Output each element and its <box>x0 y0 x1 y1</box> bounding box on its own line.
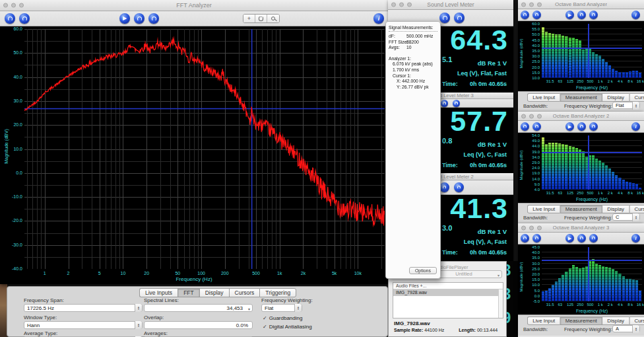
guardbanding-checkbox[interactable]: ✓Guardbanding <box>263 315 302 321</box>
snapshot-button[interactable] <box>441 100 448 107</box>
list-item[interactable] <box>393 309 503 316</box>
settings-button[interactable] <box>532 11 541 19</box>
octave-plot-region[interactable]: Magnitude (dBV)45.040.035.030.025.020.01… <box>518 244 644 315</box>
cursor-vertical-line[interactable] <box>588 247 589 301</box>
zoom-window-icon[interactable] <box>537 2 542 7</box>
tab-live-input[interactable]: Live Input <box>527 93 560 102</box>
frequency-span-select[interactable]: 17226.5 Hz▲▼ <box>24 304 143 312</box>
tab-triggering[interactable]: Triggering <box>259 288 296 297</box>
zoom-window-icon[interactable] <box>537 225 542 230</box>
zoom-in-tool-button[interactable]: + <box>243 15 255 22</box>
tab-display[interactable]: Display <box>602 317 629 325</box>
cursor-vertical-line[interactable] <box>588 24 589 78</box>
tab-cursors[interactable]: Cursors <box>629 317 644 325</box>
minimize-icon[interactable] <box>529 225 534 230</box>
list-item[interactable] <box>393 303 503 309</box>
cursor-horizontal-line[interactable] <box>542 260 642 261</box>
tab-live-inputs[interactable]: Live Inputs <box>139 288 177 297</box>
fft-titlebar[interactable]: FFT Analyzer <box>0 0 388 11</box>
settings-button[interactable] <box>532 234 541 243</box>
fft-spectrum-plot[interactable] <box>24 29 385 269</box>
minimize-icon[interactable] <box>529 2 534 7</box>
export-button[interactable] <box>148 13 159 24</box>
spectral-lines-combo[interactable]: 34,453▾ <box>144 304 253 312</box>
minimize-icon[interactable] <box>529 114 534 118</box>
octave-titlebar[interactable]: Octave Band Analyzer 3 <box>518 223 644 233</box>
close-icon[interactable] <box>521 225 526 230</box>
cursor-vertical-line[interactable] <box>588 135 589 190</box>
input-config-button[interactable] <box>5 13 15 24</box>
stepper-icon[interactable]: ▲▼ <box>294 304 302 312</box>
list-item[interactable]: IMG_7928.wav <box>393 289 503 296</box>
minimize-icon[interactable] <box>11 3 16 8</box>
fft-plot-region[interactable]: Magnitude (dBV) Frequency (Hz) 60.050.04… <box>0 26 388 284</box>
frequency-weighting-select[interactable]: Flat▲▼ <box>612 102 640 109</box>
octave-titlebar[interactable]: Octave Band Analyzer <box>518 0 644 9</box>
octave-plot-region[interactable]: Magnitude (dBV)60.055.050.045.040.035.03… <box>518 21 644 91</box>
play-button[interactable]: ▶ <box>119 13 130 24</box>
cursor-horizontal-line[interactable] <box>542 152 642 153</box>
info-button[interactable]: i <box>631 122 640 131</box>
close-icon[interactable] <box>3 3 8 8</box>
snapshot-button[interactable] <box>577 122 586 131</box>
export-button[interactable] <box>454 182 464 192</box>
window-type-select[interactable]: Hann▲▼ <box>24 321 143 329</box>
close-icon[interactable] <box>391 3 396 7</box>
list-item[interactable] <box>393 296 503 303</box>
audio-files-list[interactable]: Audio Files +... IMG_7928.wav <box>393 282 503 318</box>
tab-display[interactable]: Display <box>602 93 629 102</box>
minimize-icon[interactable] <box>399 3 404 7</box>
zoom-window-icon[interactable] <box>407 3 412 7</box>
info-button[interactable]: i <box>631 234 640 243</box>
info-button[interactable]: i <box>373 13 384 24</box>
stepper-icon[interactable]: ▲▼ <box>632 102 639 110</box>
cursor-horizontal-line[interactable] <box>542 48 642 49</box>
export-button[interactable] <box>589 234 598 243</box>
zoom-window-icon[interactable] <box>537 114 542 118</box>
export-button[interactable] <box>453 100 460 107</box>
pan-tool-button[interactable] <box>255 15 267 22</box>
tab-measurement[interactable]: Measurement <box>560 205 602 213</box>
tab-cursors[interactable]: Cursors <box>629 93 644 102</box>
scrollbar[interactable] <box>498 289 503 318</box>
snapshot-button[interactable] <box>439 13 450 23</box>
frequency-weighting-select[interactable]: A▲▼ <box>612 325 640 332</box>
tab-live-input[interactable]: Live Input <box>527 205 560 213</box>
tab-measurement[interactable]: Measurement <box>560 93 602 102</box>
play-button[interactable]: ▶ <box>565 234 574 243</box>
meter-titlebar[interactable]: Sound Level Meter <box>388 0 513 10</box>
window-controls[interactable] <box>3 3 24 8</box>
digital-antialiasing-checkbox[interactable]: ✓Digital Antialiasing <box>263 324 312 330</box>
octave-plot-region[interactable]: Magnitude (dBV)54.049.044.039.034.029.02… <box>518 133 644 203</box>
tab-fft[interactable]: FFT <box>177 288 199 297</box>
tab-display[interactable]: Display <box>199 288 229 297</box>
info-button[interactable]: i <box>631 11 640 19</box>
overlap-field[interactable]: 0.0% <box>144 321 253 329</box>
settings-button[interactable] <box>19 13 30 24</box>
snapshot-button[interactable] <box>577 11 586 19</box>
stepper-icon[interactable]: ▲▼ <box>632 213 639 221</box>
zoom-window-icon[interactable] <box>19 3 24 8</box>
input-config-button[interactable] <box>521 234 529 243</box>
snapshot-button[interactable] <box>439 182 449 192</box>
export-button[interactable] <box>589 122 598 131</box>
settings-button[interactable] <box>532 122 541 131</box>
tab-cursors[interactable]: Cursors <box>229 288 260 297</box>
magnify-tool-button[interactable] <box>267 15 279 22</box>
export-button[interactable] <box>454 13 465 23</box>
close-icon[interactable] <box>521 2 526 7</box>
snapshot-button[interactable] <box>134 13 145 24</box>
stepper-icon[interactable]: ▲▼ <box>135 321 142 329</box>
play-button[interactable]: ▶ <box>565 11 574 19</box>
options-button[interactable]: Options <box>409 267 437 274</box>
frequency-weighting-select[interactable]: Flat▲▼ <box>261 304 302 312</box>
tab-display[interactable]: Display <box>602 205 629 213</box>
tab-measurement[interactable]: Measurement <box>560 317 602 325</box>
audio-files-list-header[interactable]: Audio Files +... <box>393 283 503 289</box>
close-icon[interactable] <box>521 114 526 118</box>
stepper-icon[interactable]: ▲▼ <box>632 325 639 333</box>
export-button[interactable] <box>589 11 598 19</box>
stepper-icon[interactable]: ▲▼ <box>135 304 142 312</box>
snapshot-button[interactable] <box>577 234 586 243</box>
tab-live-input[interactable]: Live Input <box>527 317 560 325</box>
